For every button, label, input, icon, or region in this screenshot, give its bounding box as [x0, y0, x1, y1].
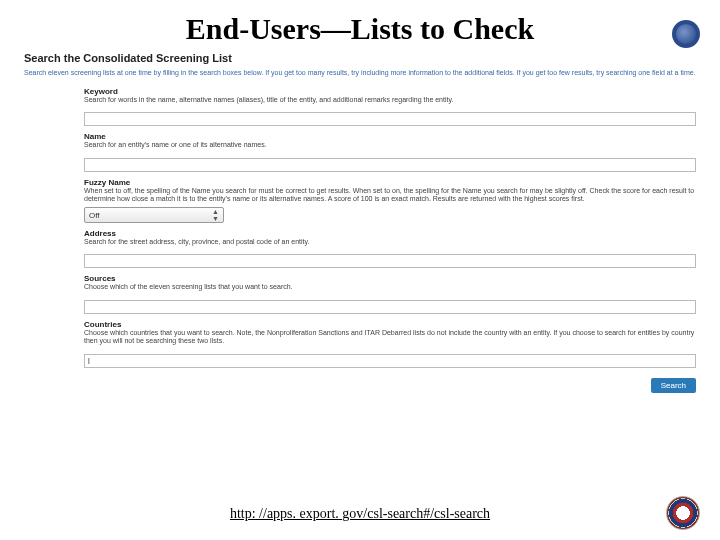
search-button[interactable]: Search	[651, 378, 696, 393]
keyword-label: Keyword	[84, 87, 696, 96]
countries-help: Choose which countries that you want to …	[84, 329, 696, 347]
fuzzy-block: Fuzzy Name When set to off, the spelling…	[84, 178, 696, 224]
fuzzy-select[interactable]: Off ▲▼	[84, 207, 224, 223]
address-block: Address Search for the street address, c…	[84, 229, 696, 268]
fuzzy-help: When set to off, the spelling of the Nam…	[84, 187, 696, 205]
dept-seal-icon	[666, 496, 700, 530]
screenshot-content: Search the Consolidated Screening List S…	[0, 52, 720, 393]
name-label: Name	[84, 132, 696, 141]
footer-url-link[interactable]: http: //apps. export. gov/csl-search#/cs…	[0, 506, 720, 522]
page-title: Search the Consolidated Screening List	[24, 52, 696, 64]
address-label: Address	[84, 229, 696, 238]
fuzzy-label: Fuzzy Name	[84, 178, 696, 187]
countries-block: Countries Choose which countries that yo…	[84, 320, 696, 368]
chevron-updown-icon: ▲▼	[212, 208, 219, 222]
page-subtitle: Search eleven screening lists at one tim…	[24, 68, 696, 77]
keyword-block: Keyword Search for words in the name, al…	[84, 87, 696, 126]
fuzzy-select-value: Off	[89, 211, 100, 220]
sources-input[interactable]	[84, 300, 696, 314]
name-help: Search for an entity's name or one of it…	[84, 141, 696, 150]
name-block: Name Search for an entity's name or one …	[84, 132, 696, 171]
keyword-help: Search for words in the name, alternativ…	[84, 96, 696, 105]
keyword-input[interactable]	[84, 112, 696, 126]
sources-label: Sources	[84, 274, 696, 283]
address-input[interactable]	[84, 254, 696, 268]
name-input[interactable]	[84, 158, 696, 172]
countries-label: Countries	[84, 320, 696, 329]
slide-title: End-Users—Lists to Check	[0, 12, 720, 46]
sources-help: Choose which of the eleven screening lis…	[84, 283, 696, 292]
countries-input[interactable]	[84, 354, 696, 368]
address-help: Search for the street address, city, pro…	[84, 238, 696, 247]
search-row: Search	[84, 374, 696, 393]
sources-block: Sources Choose which of the eleven scree…	[84, 274, 696, 313]
corner-logo-circle	[672, 20, 700, 48]
